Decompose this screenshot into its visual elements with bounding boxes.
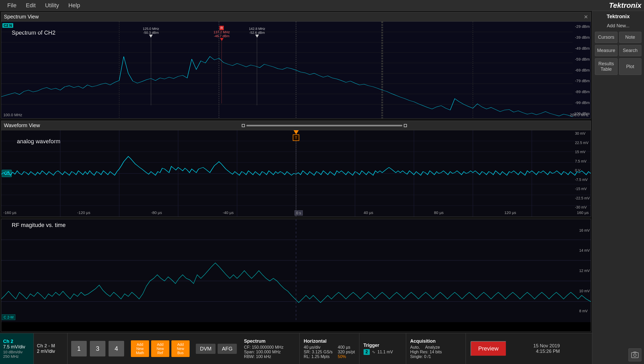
spectrum-info-title: Spectrum xyxy=(244,339,295,344)
ch3-button[interactable]: 3 xyxy=(90,341,105,356)
marker-3-freq: 142.8 MHz xyxy=(249,27,265,31)
menu-bar: File Edit Utility Help Tektronix xyxy=(0,0,644,11)
menu-utility[interactable]: Utility xyxy=(40,0,64,11)
preview-button[interactable]: Preview xyxy=(471,341,506,356)
waveform-view: Waveform View T C2 analog wavef xyxy=(1,121,591,217)
horizontal-info: Horizontal 40 µs/div SR: 3.125 GS/s RL: … xyxy=(300,333,359,364)
add-ref-button[interactable]: Add New Ref xyxy=(151,340,169,357)
ch2m-label: Ch 2 - M xyxy=(37,343,64,349)
span-bar[interactable] xyxy=(246,125,402,126)
sidebar-screenshot-button[interactable] xyxy=(628,348,641,361)
dvm-afg-group: DVM AFG xyxy=(193,333,240,364)
trigger-title: Trigger xyxy=(364,343,402,348)
add-math-label: Add xyxy=(137,342,143,347)
ch2-div: 7.5 mV/div xyxy=(3,344,30,350)
y-label-8: -99 dBm xyxy=(573,100,590,105)
x-label-1: -120 µs xyxy=(77,210,90,216)
marker-1-level: -50.3 dBm xyxy=(143,31,159,35)
menu-file[interactable]: File xyxy=(3,0,21,11)
add-math-button[interactable]: Add New Math xyxy=(131,340,149,357)
menu-help[interactable]: Help xyxy=(64,0,85,11)
marker-1-line xyxy=(151,38,151,105)
acq-res: High Res: 14 bits xyxy=(410,350,461,354)
h-total: 400 µs xyxy=(338,345,355,350)
measure-button[interactable]: Measure xyxy=(595,45,618,56)
x-label-6: 80 µs xyxy=(434,210,444,216)
rf-y-axis: 16 mV 14 mV 12 mV 10 mV 8 mV xyxy=(579,219,590,322)
marker-3-triangle xyxy=(255,35,259,38)
spectrum-svg xyxy=(1,22,591,118)
spectrum-info: Spectrum CF: 150.000000 MHz Span: 100.00… xyxy=(240,333,300,364)
x-label-8: 160 µs xyxy=(577,210,589,216)
marker-3-line xyxy=(257,38,257,105)
spectrum-cf: CF: 150.000000 MHz xyxy=(244,345,295,350)
y-label-2: -39 dBm xyxy=(573,35,590,40)
afg-button[interactable]: AFG xyxy=(218,344,237,354)
marker-1-freq: 125.0 MHz xyxy=(143,27,159,31)
x-label-0: -160 µs xyxy=(3,210,16,216)
spectrum-view-close[interactable]: ✕ xyxy=(584,14,588,20)
trigger-ch: 2 xyxy=(364,349,370,355)
add-bus-button[interactable]: Add New Bus xyxy=(171,340,190,357)
plot-button[interactable]: Plot xyxy=(619,58,642,75)
channel-buttons-group: 1 3 4 xyxy=(68,333,128,364)
ch1-button[interactable]: 1 xyxy=(71,341,87,356)
add-math-label3: Math xyxy=(136,351,144,355)
add-ref-label3: Ref xyxy=(157,351,163,355)
x-label-3: -40 µs xyxy=(223,210,234,216)
marker-r-freq: 137.2 MHz xyxy=(213,30,230,34)
marker-r: R 137.2 MHz -46.7 dBm xyxy=(213,26,230,103)
trigger-wave-icon: ∿ xyxy=(372,349,375,354)
wf-y-6: -15 mV xyxy=(575,187,590,191)
add-bus-label3: Bus xyxy=(177,351,184,355)
wf-y-5: -7.5 mV xyxy=(575,178,590,182)
spectrum-y-axis: -29 dBm -39 dBm -49 dBm -59 dBm -69 dBm … xyxy=(573,22,590,118)
marker-r-label: R xyxy=(219,26,224,30)
svg-rect-34 xyxy=(632,353,638,358)
ch2m-section: Ch 2 - M 2 mV/div xyxy=(34,333,68,364)
rf-y-3: 10 mV xyxy=(579,289,590,293)
marker-r-level: -46.7 dBm xyxy=(214,34,230,38)
ch2-section: Ch 2 7.5 mV/div 10 dBm/div 250 MHz xyxy=(0,333,34,364)
y-label-6: -79 dBm xyxy=(573,79,590,83)
preview-container: Preview xyxy=(466,333,511,364)
x-label-5: 40 µs xyxy=(364,210,373,216)
wf-y-1: 22.5 mV xyxy=(575,141,590,145)
search-button[interactable]: Search xyxy=(619,45,642,56)
rf-y-4: 8 mV xyxy=(579,309,590,313)
spectrum-rbw: RBW: 100 kHz xyxy=(244,354,295,359)
waveform-view-title: Waveform View xyxy=(4,122,40,128)
add-buttons-group: Add New Math Add New Ref Add New Bus xyxy=(128,333,193,364)
trigger-arrow xyxy=(293,130,299,134)
spectrum-view: Spectrum View ✕ C2 N Spectrum of CH2 xyxy=(1,12,591,119)
waveform-view-titlebar: Waveform View xyxy=(1,121,591,130)
cursors-button[interactable]: Cursors xyxy=(595,32,618,43)
acq-single: Single: 0 /1 xyxy=(410,354,461,359)
trigger-row: 2 ∿ 11.1 mV xyxy=(364,349,402,355)
results-table-label2: Table xyxy=(601,67,612,72)
h-sr: SR: 3.125 GS/s xyxy=(304,350,333,354)
screenshot-icon xyxy=(631,351,639,359)
dvm-button[interactable]: DVM xyxy=(196,344,216,354)
span-right-bracket xyxy=(404,124,407,127)
brand-sidebar: Tektronix xyxy=(595,14,641,21)
menu-edit[interactable]: Edit xyxy=(21,0,40,11)
ch4-button[interactable]: 4 xyxy=(109,341,124,356)
results-table-button[interactable]: Results Table xyxy=(595,58,618,75)
bottom-bar: Ch 2 7.5 mV/div 10 dBm/div 250 MHz Ch 2 … xyxy=(0,333,592,364)
main-layout: Spectrum View ✕ C2 N Spectrum of CH2 xyxy=(0,11,644,364)
results-plot-row: Results Table Plot xyxy=(595,58,641,75)
h-div: 40 µs/div xyxy=(304,345,333,350)
x-label-7: 120 µs xyxy=(504,210,516,216)
note-button[interactable]: Note xyxy=(619,32,642,43)
osc-panel: Spectrum View ✕ C2 N Spectrum of CH2 xyxy=(0,11,592,364)
marker-1: 125.0 MHz -50.3 dBm xyxy=(143,27,159,105)
y-label-3: -49 dBm xyxy=(573,46,590,50)
svg-point-35 xyxy=(634,354,636,356)
h-rl: RL: 1.25 Mpts xyxy=(304,354,333,359)
cursors-note-row: Cursors Note xyxy=(595,32,641,43)
add-new-label: Add New... xyxy=(595,23,641,30)
marker-3-level: -52.6 dBm xyxy=(249,31,265,35)
y-label-5: -69 dBm xyxy=(573,68,590,72)
rf-y-1: 14 mV xyxy=(579,248,590,252)
